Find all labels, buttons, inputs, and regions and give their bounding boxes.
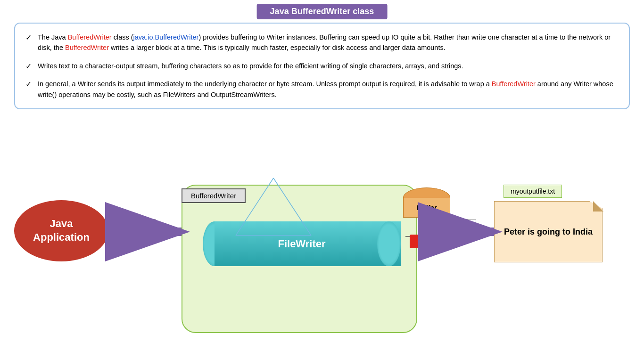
buffer-shape: Buffer (403, 187, 450, 218)
java-application-ellipse: JavaApplication (14, 200, 108, 261)
file-name-label: myoutputfile.txt (504, 185, 562, 198)
file-content-box: Peter is going to India (494, 201, 603, 262)
bullet-3: In general, a Writer sends its output im… (24, 79, 616, 100)
buffer-body: Buffer (403, 198, 450, 218)
write-label-right: Write (447, 219, 476, 231)
bullet-2: Writes text to a character-output stream… (24, 61, 616, 71)
uses-label-box: uses (410, 235, 443, 248)
buffer-to-uses-line (427, 218, 428, 235)
write-label-left: Write (126, 219, 156, 231)
description-box: The Java BufferedWriter class (java.io.B… (14, 23, 630, 109)
buffer-top-cap (403, 187, 450, 198)
file-writer-cylinder: FileWriter (203, 221, 401, 266)
diagram-area: JavaApplication Write BufferedWriter Fil… (0, 174, 644, 358)
file-dogear (593, 201, 603, 212)
file-writer-label: FileWriter (203, 221, 401, 266)
page-title: Java BufferedWriter class (257, 4, 388, 19)
bullet-1: The Java BufferedWriter class (java.io.B… (24, 32, 616, 53)
buffered-writer-label: BufferedWriter (182, 188, 246, 203)
